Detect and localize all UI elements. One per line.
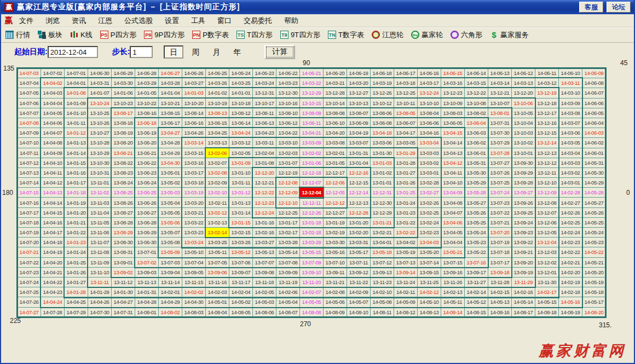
date-cell[interactable]: 14-08-15	[465, 308, 488, 317]
toolbar-button-T四方形[interactable]: TST四方形	[236, 30, 273, 40]
date-cell[interactable]: 13-03-11	[253, 138, 276, 148]
date-cell[interactable]: 13-03-23	[182, 228, 206, 238]
date-cell[interactable]: 13-09-08	[253, 268, 276, 278]
date-cell[interactable]: 13-07-30	[488, 128, 512, 138]
date-cell[interactable]: 14-01-08	[65, 88, 88, 98]
date-cell[interactable]: 13-02-04	[253, 148, 276, 158]
date-cell[interactable]: 13-10-24	[88, 99, 112, 108]
date-cell[interactable]: 12-12-09	[276, 188, 300, 198]
date-cell[interactable]: 14-02-08	[324, 287, 347, 297]
date-cell[interactable]: 13-03-14	[182, 138, 206, 148]
date-cell[interactable]: 13-11-09	[88, 258, 112, 268]
date-cell[interactable]: 14-06-24	[229, 68, 253, 78]
date-cell[interactable]: 14-01-19	[65, 198, 88, 207]
date-cell[interactable]: 13-11-21	[324, 278, 347, 287]
date-cell[interactable]: 13-02-17	[276, 228, 300, 238]
date-cell[interactable]: 13-08-04	[418, 108, 441, 118]
date-cell[interactable]: 13-10-09	[441, 99, 465, 108]
date-cell[interactable]: 13-02-13	[206, 218, 229, 228]
date-cell[interactable]: 13-02-09	[206, 178, 229, 188]
date-cell[interactable]: 14-04-17	[41, 228, 65, 238]
date-cell[interactable]: 14-06-12	[512, 68, 535, 78]
date-cell[interactable]: 13-11-10	[88, 268, 112, 278]
date-cell[interactable]: 13-05-13	[253, 247, 276, 257]
date-cell[interactable]: 13-10-13	[347, 99, 371, 108]
date-cell[interactable]: 13-09-09	[276, 268, 300, 278]
date-cell[interactable]: 13-04-06	[441, 218, 465, 228]
date-cell[interactable]: 13-08-23	[112, 168, 135, 178]
date-cell[interactable]: 13-08-07	[347, 108, 371, 118]
date-cell[interactable]: 13-09-20	[512, 258, 535, 268]
date-cell[interactable]: 14-02-17	[535, 287, 559, 297]
toolbar-button-板块[interactable]: 板块	[38, 30, 62, 40]
date-cell[interactable]: 13-05-06	[159, 218, 182, 228]
date-cell[interactable]: 13-01-10	[229, 168, 253, 178]
date-cell[interactable]: 14-05-28	[582, 188, 606, 198]
date-cell[interactable]: 13-05-07	[159, 228, 182, 238]
date-cell[interactable]: 13-05-14	[276, 247, 300, 257]
date-cell[interactable]: 12-12-31	[371, 188, 394, 198]
date-cell[interactable]: 13-12-28	[324, 88, 347, 98]
date-cell[interactable]: 13-09-19	[512, 268, 535, 278]
date-cell[interactable]: 13-12-21	[488, 88, 512, 98]
date-cell[interactable]: 14-07-26	[18, 297, 41, 307]
date-cell[interactable]: 14-03-04	[559, 148, 582, 158]
date-cell[interactable]: 13-08-06	[371, 108, 394, 118]
date-cell[interactable]: 14-07-18	[18, 218, 41, 228]
date-cell[interactable]: 14-05-09	[394, 297, 418, 307]
date-cell[interactable]: 14-03-10	[559, 88, 582, 98]
date-cell[interactable]: 14-03-19	[371, 78, 394, 88]
toolbar-button-9T四方形[interactable]: T99T四方形	[280, 30, 320, 40]
date-cell[interactable]: 13-09-02	[112, 268, 135, 278]
date-cell[interactable]: 13-01-19	[324, 218, 347, 228]
date-cell[interactable]: 13-04-07	[441, 208, 465, 218]
date-cell[interactable]: 13-03-02	[418, 158, 441, 168]
date-cell[interactable]: 14-06-14	[465, 68, 488, 78]
date-cell[interactable]: 13-02-18	[300, 228, 324, 238]
date-cell[interactable]: 13-02-03	[276, 148, 300, 158]
date-cell[interactable]: 13-03-21	[182, 208, 206, 218]
date-cell[interactable]: 14-05-18	[582, 287, 606, 297]
date-cell[interactable]: 14-01-18	[65, 188, 88, 198]
date-cell[interactable]: 13-04-01	[371, 238, 394, 247]
date-cell[interactable]: 14-05-06	[324, 297, 347, 307]
date-cell[interactable]: 13-09-30	[512, 158, 535, 168]
date-cell[interactable]: 13-10-15	[300, 99, 324, 108]
date-cell[interactable]: 13-03-05	[394, 138, 418, 148]
menu-item-设置[interactable]: 设置	[165, 16, 179, 26]
date-cell[interactable]: 14-03-28	[159, 78, 182, 88]
date-cell[interactable]: 14-08-10	[347, 308, 371, 317]
date-cell[interactable]: 13-10-17	[253, 99, 276, 108]
date-cell[interactable]: 13-04-23	[253, 128, 276, 138]
date-cell[interactable]: 13-02-28	[418, 178, 441, 188]
date-cell[interactable]: 14-03-08	[559, 108, 582, 118]
date-cell[interactable]: 13-08-03	[441, 108, 465, 118]
step-input[interactable]: 1	[130, 46, 153, 58]
customer-service-button[interactable]: 客服	[579, 2, 603, 13]
date-cell[interactable]: 13-09-12	[347, 268, 371, 278]
date-cell[interactable]: 13-03-15	[182, 148, 206, 158]
date-cell[interactable]: 14-02-06	[276, 287, 300, 297]
date-cell[interactable]: 13-08-25	[112, 188, 135, 198]
date-cell[interactable]: 13-01-05	[324, 158, 347, 168]
date-cell[interactable]: 13-05-21	[441, 247, 465, 257]
date-cell[interactable]: 14-04-02	[41, 78, 65, 88]
date-cell[interactable]: 14-03-23	[276, 78, 300, 88]
date-cell[interactable]: 14-05-11	[441, 297, 465, 307]
date-cell[interactable]: 13-07-07	[253, 258, 276, 268]
date-cell[interactable]: 13-02-01	[324, 148, 347, 158]
toolbar-button-赢家轮[interactable]: Big赢家轮	[411, 30, 443, 40]
date-cell[interactable]: 13-07-25	[488, 178, 512, 188]
date-cell[interactable]: 13-07-12	[371, 258, 394, 268]
date-cell[interactable]: 13-01-15	[229, 218, 253, 228]
date-cell[interactable]: 13-11-23	[371, 278, 394, 287]
date-cell[interactable]: 14-07-08	[18, 118, 41, 128]
date-cell[interactable]: 13-04-05	[441, 228, 465, 238]
date-cell[interactable]: 14-05-14	[512, 297, 535, 307]
date-cell[interactable]: 13-01-28	[394, 158, 418, 168]
date-cell[interactable]: 14-06-15	[441, 68, 465, 78]
date-cell[interactable]: 12-12-23	[253, 198, 276, 207]
date-cell[interactable]: 12-12-20	[253, 168, 276, 178]
date-cell[interactable]: 14-03-16	[441, 78, 465, 88]
menu-item-浏览[interactable]: 浏览	[45, 16, 60, 26]
